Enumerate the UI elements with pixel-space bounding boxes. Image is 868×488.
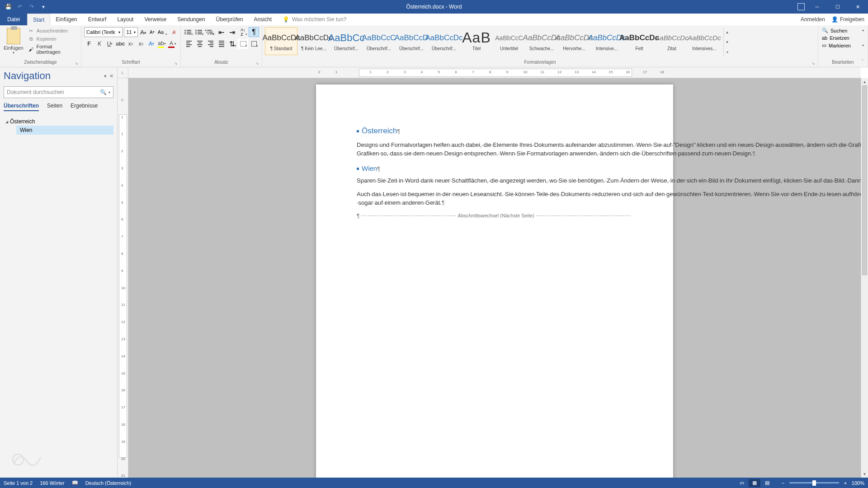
style-item-2[interactable]: AaBbCcÜberschrif... [330, 27, 363, 55]
strikethrough-button[interactable]: abc [115, 39, 125, 49]
body-paragraph[interactable]: Designs·und·Formatvorlagen·helfen·auch·d… [357, 141, 632, 158]
grow-font-button[interactable]: A▴ [139, 27, 147, 37]
scroll-up-button[interactable]: ▲ [861, 78, 868, 85]
close-button[interactable]: ✕ [848, 0, 868, 14]
collapse-ribbon-button[interactable]: ˆ [859, 58, 866, 65]
bullets-button[interactable] [184, 27, 194, 37]
style-item-5[interactable]: AaBbCcDcÜberschrif... [428, 27, 460, 55]
borders-button[interactable] [249, 39, 259, 49]
tab-layout[interactable]: Layout [112, 14, 139, 25]
bold-button[interactable]: F [84, 39, 94, 49]
style-item-13[interactable]: AaBbCcDcIntensives... [688, 27, 721, 55]
tree-item-child[interactable]: Wien [16, 126, 113, 135]
style-item-3[interactable]: AaBbCcCÜberschrif... [363, 27, 395, 55]
status-spellcheck[interactable]: 📖 [72, 480, 78, 486]
clipboard-launcher[interactable]: ↘ [74, 61, 79, 66]
font-size-combo[interactable]: 11▾ [124, 27, 138, 37]
ruler-corner[interactable]: L [118, 67, 128, 78]
style-item-1[interactable]: AaBbCcDc¶ Kein Lee... [297, 27, 330, 55]
status-language[interactable]: Deutsch (Österreich) [85, 480, 131, 486]
share-button[interactable]: 👤 Freigeben [831, 16, 864, 23]
view-read-mode[interactable]: ▭ [736, 479, 748, 487]
heading-2[interactable]: Wien¶ [357, 164, 632, 174]
style-item-9[interactable]: AaBbCcDcHervorhe... [558, 27, 590, 55]
nav-tab-results[interactable]: Ergebnisse [71, 103, 98, 111]
style-item-10[interactable]: AaBbCcDcIntensive... [590, 27, 623, 55]
zoom-thumb[interactable] [812, 480, 816, 486]
style-item-12[interactable]: AaBbCcDcZitat [656, 27, 688, 55]
tab-mailings[interactable]: Sendungen [172, 14, 210, 25]
align-left-button[interactable] [184, 39, 194, 49]
status-page[interactable]: Seite 1 von 2 [4, 480, 33, 486]
numbering-button[interactable] [194, 27, 205, 37]
align-center-button[interactable] [194, 39, 205, 49]
line-spacing-button[interactable]: ⇅ [227, 39, 237, 49]
italic-button[interactable]: K [94, 39, 104, 49]
tell-me-search[interactable]: 💡 Was möchten Sie tun? [283, 14, 346, 25]
justify-button[interactable] [216, 39, 226, 49]
decrease-indent-button[interactable]: ⇤ [216, 27, 226, 37]
multilevel-list-button[interactable] [205, 27, 216, 37]
font-color-button[interactable]: A▾ [167, 39, 177, 49]
heading-1[interactable]: Österreich¶ [357, 125, 632, 137]
tree-item-root[interactable]: ◢ Österreich [4, 117, 113, 126]
horizontal-ruler[interactable]: 21123456789101112131415161718 [128, 67, 861, 78]
styles-expand[interactable]: ▾ [724, 47, 731, 57]
highlight-button[interactable]: ab▾ [157, 39, 167, 49]
save-icon[interactable]: 💾 [4, 2, 13, 11]
styles-launcher[interactable]: ↘ [811, 61, 816, 66]
scroll-thumb[interactable] [862, 85, 867, 275]
font-name-combo[interactable]: Calibri (Textk▾ [84, 27, 123, 37]
vertical-scrollbar[interactable]: ▲ ▼ [861, 78, 868, 478]
tab-review[interactable]: Überprüfen [211, 14, 249, 25]
zoom-level[interactable]: 100% [852, 480, 864, 486]
undo-icon[interactable]: ↶ [15, 2, 24, 11]
select-button[interactable]: ▭Markieren▾ [821, 42, 865, 49]
minimize-button[interactable]: ─ [807, 0, 827, 14]
page[interactable]: Österreich¶ Designs·und·Formatvorlagen·h… [316, 84, 673, 478]
nav-search-input[interactable]: Dokument durchsuchen 🔍▾ [4, 86, 113, 98]
body-paragraph[interactable]: Sparen·Sie·Zeit·in·Word·dank·neuer·Schal… [357, 176, 632, 185]
format-painter-button[interactable]: 🖌Format übertragen [27, 43, 78, 55]
tab-file[interactable]: Datei [0, 14, 27, 25]
nav-close-button[interactable]: ✕ [109, 73, 113, 79]
underline-button[interactable]: U▾ [105, 39, 115, 49]
cut-button[interactable]: ✂Ausschneiden [27, 27, 78, 34]
style-item-4[interactable]: AaBbCcDÜberschrif... [395, 27, 428, 55]
subscript-button[interactable]: x2 [126, 39, 136, 49]
styles-scroll-down[interactable]: ▼ [724, 37, 731, 47]
ribbon-display-options-icon[interactable] [797, 3, 805, 10]
superscript-button[interactable]: x2 [136, 39, 146, 49]
body-paragraph[interactable]: Auch·das·Lesen·ist·bequemer·in·der·neuen… [357, 190, 632, 207]
increase-indent-button[interactable]: ⇥ [227, 27, 237, 37]
copy-button[interactable]: ⧉Kopieren [27, 35, 78, 42]
nav-tab-pages[interactable]: Seiten [47, 103, 62, 111]
view-print-layout[interactable]: ▦ [749, 479, 760, 487]
align-right-button[interactable] [205, 39, 216, 49]
tab-insert[interactable]: Einfügen [50, 14, 82, 25]
nav-tab-headings[interactable]: Überschriften [4, 103, 39, 111]
maximize-button[interactable]: ☐ [827, 0, 848, 14]
view-web-layout[interactable]: ▤ [761, 479, 773, 487]
shading-button[interactable] [238, 39, 248, 49]
text-effects-button[interactable]: A▾ [146, 39, 156, 49]
status-word-count[interactable]: 166 Wörter [40, 480, 64, 486]
sign-in-link[interactable]: Anmelden [801, 16, 825, 23]
styles-scroll-up[interactable]: ▲ [724, 27, 731, 37]
clear-formatting-button[interactable]: A̷ [170, 27, 178, 37]
font-launcher[interactable]: ↘ [173, 61, 179, 66]
zoom-slider[interactable] [789, 482, 839, 483]
show-marks-button[interactable]: ¶ [249, 27, 259, 37]
tab-start[interactable]: Start [27, 14, 50, 25]
collapse-icon[interactable]: ◢ [5, 120, 8, 124]
scroll-down-button[interactable]: ▼ [861, 470, 868, 478]
paste-button[interactable]: Einfügen ▾ [3, 27, 24, 56]
document-area[interactable]: Österreich¶ Designs·und·Formatvorlagen·h… [128, 78, 861, 478]
tab-references[interactable]: Verweise [139, 14, 172, 25]
redo-icon[interactable]: ↷ [27, 2, 36, 11]
style-item-7[interactable]: AaBbCcCUntertitel [493, 27, 525, 55]
qat-customize-icon[interactable]: ▾ [39, 2, 48, 11]
shrink-font-button[interactable]: A▾ [148, 27, 156, 37]
sort-button[interactable]: A↓Z [238, 27, 248, 37]
style-item-0[interactable]: AaBbCcDc¶ Standard [265, 27, 297, 55]
